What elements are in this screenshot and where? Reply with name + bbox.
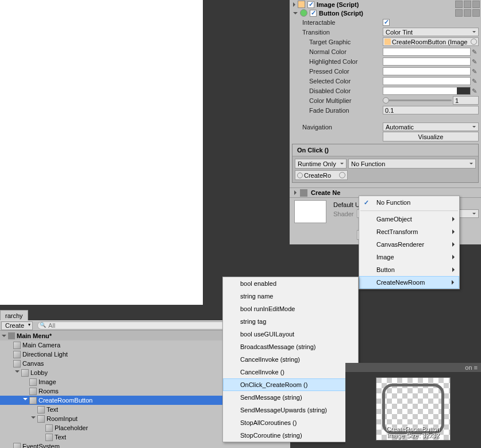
scene-name: Main Menu* <box>17 332 52 339</box>
menu-item[interactable]: bool useGUILayout <box>223 328 358 340</box>
foldout-icon[interactable] <box>31 416 36 421</box>
hierarchy-item-label: EventSystem <box>22 443 60 448</box>
normal-color-field[interactable] <box>383 48 471 56</box>
image-enabled-checkbox[interactable] <box>307 1 314 8</box>
button-component-title: Button (Script) <box>319 10 453 17</box>
menu-item[interactable]: ✓No Function <box>359 196 459 209</box>
menu-item-label: StopCoroutine (string) <box>240 432 302 439</box>
asset-size: Image Size: 32x32 <box>376 432 450 439</box>
interactable-checkbox[interactable] <box>383 19 390 26</box>
help-icon[interactable] <box>455 1 463 8</box>
eyedropper-icon[interactable] <box>472 58 479 65</box>
eyedropper-icon[interactable] <box>472 48 479 55</box>
hierarchy-tab[interactable]: rarchy <box>0 310 28 321</box>
disabled-color-label: Disabled Color <box>302 87 383 94</box>
submenu-arrow-icon <box>452 217 455 221</box>
selected-color-field[interactable] <box>383 77 471 85</box>
foldout-icon[interactable] <box>15 370 20 375</box>
eyedropper-icon[interactable] <box>472 78 479 85</box>
preset-icon[interactable] <box>464 1 471 8</box>
color-multiplier-slider[interactable] <box>383 97 452 105</box>
button-enabled-checkbox[interactable] <box>310 10 317 17</box>
foldout-icon[interactable] <box>23 398 28 403</box>
menu-item[interactable]: CancelInvoke () <box>223 366 358 378</box>
menu-item[interactable]: SendMessage (string) <box>223 391 358 404</box>
eyedropper-icon[interactable] <box>472 87 479 94</box>
menu-item[interactable]: StopAllCoroutines () <box>223 416 358 429</box>
hierarchy-item-label: Main Camera <box>22 342 60 349</box>
foldout-icon[interactable] <box>294 190 297 195</box>
image-component-icon <box>298 1 305 8</box>
menu-item[interactable]: string tag <box>223 315 358 328</box>
menu-item-label: GameObject <box>376 216 412 223</box>
menu-item[interactable]: SendMessageUpwards (string) <box>223 404 358 416</box>
menu-item[interactable]: string name <box>223 290 358 303</box>
menu-item[interactable]: CancelInvoke (string) <box>223 353 358 366</box>
function-category-menu[interactable]: ✓No FunctionGameObjectRectTransformCanva… <box>359 196 460 289</box>
menu-item-label: CreateNewRoom <box>376 279 425 286</box>
target-graphic-field[interactable]: CreateRoomButton (Image <box>383 37 479 46</box>
eyedropper-icon[interactable] <box>472 68 479 75</box>
gameobject-icon <box>37 415 45 423</box>
help-icon[interactable] <box>455 9 463 17</box>
menu-icon[interactable] <box>472 9 480 17</box>
menu-item[interactable]: bool enabled <box>223 277 358 290</box>
menu-item-label: SendMessageUpwards (string) <box>240 407 327 413</box>
menu-item-label: SendMessage (string) <box>240 394 302 401</box>
preview-header[interactable]: on ≡ <box>465 364 481 371</box>
event-object-field[interactable]: CreateRo <box>295 170 348 180</box>
menu-item-label: CancelInvoke () <box>240 369 284 376</box>
selected-color-label: Selected Color <box>302 78 383 85</box>
hierarchy-item-label: CreateRoomButton <box>39 397 93 404</box>
disabled-color-field[interactable] <box>383 87 471 95</box>
menu-item-label: OnClick_CreateRoom () <box>240 381 307 388</box>
runtime-mode-dropdown[interactable]: Runtime Only <box>295 159 347 169</box>
foldout-icon[interactable] <box>2 335 6 337</box>
gameobject-icon <box>29 378 37 386</box>
preset-icon[interactable] <box>464 9 471 17</box>
foldout-icon[interactable] <box>293 2 295 7</box>
menu-item-label: CanvasRenderer <box>376 241 424 248</box>
color-multiplier-input[interactable] <box>453 96 479 105</box>
menu-item[interactable]: StopCoroutine (string) <box>223 429 358 442</box>
submenu-arrow-icon <box>452 242 455 247</box>
function-list-menu[interactable]: bool enabledstring namebool runInEditMod… <box>222 277 359 442</box>
transition-dropdown[interactable]: Color Tint <box>383 28 479 36</box>
gameobject-icon <box>13 342 21 349</box>
menu-item[interactable]: OnClick_CreateRoom () <box>223 378 358 391</box>
button-component-header[interactable]: Button (Script) <box>290 9 481 17</box>
pressed-color-field[interactable] <box>383 67 471 75</box>
menu-item[interactable]: bool runInEditMode <box>223 303 358 315</box>
material-preview <box>294 200 326 223</box>
menu-item-label: StopAllCoroutines () <box>240 419 297 426</box>
foldout-icon[interactable] <box>293 12 298 14</box>
create-dropdown[interactable]: Create <box>1 321 33 330</box>
scene-viewport[interactable] <box>0 0 203 305</box>
object-picker-icon[interactable] <box>471 39 477 45</box>
fade-duration-input[interactable] <box>383 106 479 114</box>
hierarchy-item[interactable]: EventSystem <box>0 442 290 448</box>
menu-item[interactable]: CanvasRenderer <box>359 238 459 251</box>
menu-icon[interactable] <box>472 1 480 8</box>
menu-item[interactable]: RectTransform <box>359 225 459 238</box>
menu-item[interactable]: Image <box>359 251 459 263</box>
menu-item[interactable]: Button <box>359 263 459 276</box>
menu-item[interactable]: GameObject <box>359 213 459 225</box>
normal-color-label: Normal Color <box>302 48 383 55</box>
image-component-header[interactable]: Image (Script) <box>290 0 481 9</box>
navigation-dropdown[interactable]: Automatic <box>383 122 479 131</box>
menu-item-label: string name <box>240 293 273 300</box>
visualize-button[interactable]: Visualize <box>383 132 479 141</box>
image-component-title: Image (Script) <box>317 1 453 8</box>
hierarchy-item-label: Lobby <box>30 369 48 376</box>
function-dropdown[interactable]: No Function <box>348 159 476 169</box>
asset-preview-panel: on ≡ CreateRoomButton Image Size: 32x32 <box>345 363 481 448</box>
menu-item[interactable]: CreateNewRoom <box>359 276 459 289</box>
menu-item-label: No Function <box>376 199 410 206</box>
highlighted-color-field[interactable] <box>383 58 471 66</box>
object-picker-icon[interactable] <box>339 172 345 178</box>
gameobject-icon <box>37 406 45 413</box>
onclick-header: On Click () <box>293 144 478 156</box>
menu-item[interactable]: BroadcastMessage (string) <box>223 340 358 353</box>
image-icon <box>384 39 391 45</box>
